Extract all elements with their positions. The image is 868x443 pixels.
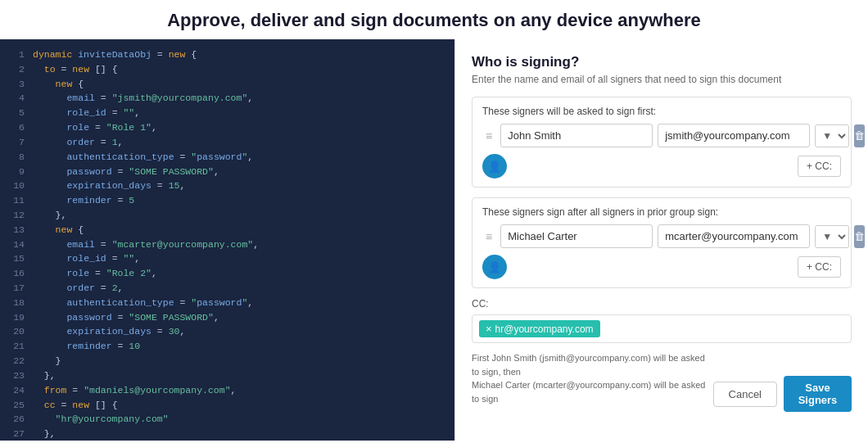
footer-actions: Cancel Save Signers (713, 376, 852, 412)
code-line: 13 new { (10, 223, 445, 237)
group2-cc-button[interactable]: + CC: (798, 256, 841, 278)
right-panel: Who is signing? Enter the name and email… (454, 39, 868, 441)
cc-tag-email: hr@yourcompany.com (495, 323, 594, 335)
group1-add-row: 👤 + CC: (482, 154, 841, 179)
code-line: 9 password = "SOME PASSWORD", (10, 165, 445, 179)
code-line: 22 } (10, 354, 445, 368)
code-line: 20 expiration_days = 30, (10, 324, 445, 339)
code-line: 19 password = "SOME PASSWORD", (10, 310, 445, 325)
signer-row-2: ≡ ▼ 🗑 (482, 224, 841, 248)
code-line: 10 expiration_days = 15, (10, 179, 445, 193)
signer2-role-dropdown[interactable]: ▼ (815, 225, 849, 248)
signer1-email-input[interactable] (658, 124, 810, 147)
save-signers-button[interactable]: Save Signers (784, 376, 852, 412)
code-line: 11 reminder = 5 (10, 193, 445, 208)
code-block: 1dynamic inviteDataObj = new {2 to = new… (0, 47, 454, 441)
cc-tag-hr[interactable]: × hr@yourcompany.com (479, 320, 600, 337)
code-line: 7 order = 1, (10, 135, 445, 150)
group2-add-row: 👤 + CC: (482, 255, 841, 279)
signer2-name-input[interactable] (500, 224, 653, 248)
page-title: Approve, deliver and sign documents on a… (0, 0, 868, 39)
code-line: 2 to = new [] { (10, 62, 445, 77)
code-line: 12 }, (10, 208, 445, 223)
signer1-delete-button[interactable]: 🗑 (854, 124, 865, 147)
code-line: 8 authentication_type = "password", (10, 150, 445, 165)
signer2-email-input[interactable] (658, 224, 810, 248)
cc-label: CC: (472, 298, 852, 310)
signer-group-2: These signers sign after all signers in … (472, 197, 852, 288)
code-line: 6 role = "Role 1", (10, 120, 445, 135)
cc-tag-x-icon[interactable]: × (486, 323, 492, 335)
signer2-delete-button[interactable]: 🗑 (854, 225, 865, 248)
code-line: 15 role_id = "", (10, 251, 445, 266)
signer-group-1: These signers will be asked to sign firs… (472, 97, 852, 188)
trash-icon-1: 🗑 (854, 129, 865, 142)
group2-add-signer-button[interactable]: 👤 (482, 255, 507, 279)
code-line: 23 }, (10, 368, 445, 383)
who-signing-subtitle: Enter the name and email of all signers … (472, 74, 852, 85)
code-line: 24 from = "mdaniels@yourcompany.com", (10, 383, 445, 398)
footer-row: First John Smith (jsmith@yourcompany.com… (472, 351, 852, 412)
who-signing-title: Who is signing? (472, 54, 852, 70)
group1-cc-button[interactable]: + CC: (798, 156, 841, 177)
footer-note: First John Smith (jsmith@yourcompany.com… (472, 351, 713, 405)
add-person-icon-2: 👤 (488, 261, 501, 273)
code-line: 5 role_id = "", (10, 106, 445, 120)
cc-tag-container[interactable]: × hr@yourcompany.com (472, 314, 852, 343)
code-line: 16 role = "Role 2", (10, 266, 445, 281)
group1-label: These signers will be asked to sign firs… (482, 106, 841, 117)
code-line: 26 "hr@yourcompany.com" (10, 412, 445, 427)
drag-handle-1[interactable]: ≡ (482, 128, 495, 144)
drag-handle-2[interactable]: ≡ (482, 228, 495, 245)
add-person-icon-1: 👤 (488, 160, 501, 173)
group2-label: These signers sign after all signers in … (482, 206, 841, 218)
code-line: 25 cc = new [] { (10, 398, 445, 413)
code-line: 21 reminder = 10 (10, 339, 445, 354)
code-line: 14 email = "mcarter@yourcompany.com", (10, 237, 445, 252)
code-line: 18 authentication_type = "password", (10, 296, 445, 310)
code-panel: 1dynamic inviteDataObj = new {2 to = new… (0, 39, 454, 441)
trash-icon-2: 🗑 (854, 230, 865, 242)
cancel-button[interactable]: Cancel (713, 382, 777, 407)
code-line: 17 order = 2, (10, 281, 445, 296)
signer1-role-dropdown[interactable]: ▼ (815, 124, 849, 147)
signer1-name-input[interactable] (500, 124, 653, 147)
code-line: 1dynamic inviteDataObj = new { (10, 47, 445, 62)
code-line: 4 email = "jsmith@yourcompany.com", (10, 91, 445, 106)
code-line: 27 }, (10, 427, 445, 441)
signer-row-1: ≡ ▼ 🗑 (482, 124, 841, 147)
group1-add-signer-button[interactable]: 👤 (482, 154, 507, 179)
cc-section: CC: × hr@yourcompany.com (472, 298, 852, 343)
code-line: 3 new { (10, 77, 445, 92)
